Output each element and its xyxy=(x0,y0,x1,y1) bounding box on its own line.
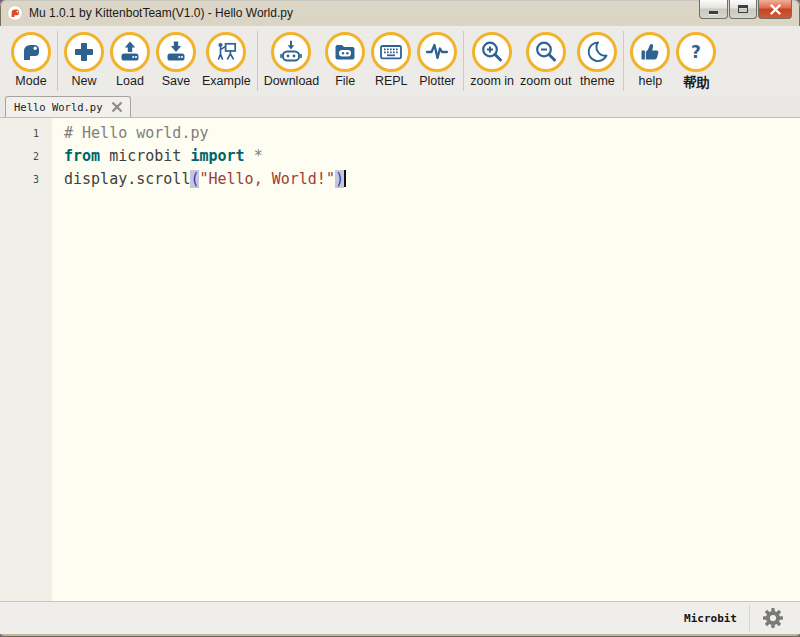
toolbar-button-example[interactable]: Example xyxy=(199,26,254,88)
toolbar-button-zoom-out[interactable]: zoom out xyxy=(517,26,574,88)
toolbar-button-mode[interactable]: Mode xyxy=(8,26,54,88)
code-area[interactable]: # Hello world.pyfrom microbit import *di… xyxy=(52,118,800,601)
toolbar-button-repl[interactable]: REPL xyxy=(368,26,414,88)
example-presenter-icon xyxy=(213,39,239,65)
toolbar-label-example: Example xyxy=(202,74,251,88)
line-number: 3 xyxy=(0,168,39,191)
code-line[interactable]: # Hello world.py xyxy=(64,122,800,145)
toolbar-separator xyxy=(57,31,58,91)
code-token-operator: * xyxy=(245,147,263,165)
code-token-paren: ) xyxy=(335,170,344,188)
toolbar-button-help[interactable]: help xyxy=(627,26,673,92)
plotter-pulse-icon xyxy=(424,39,450,65)
toolbar-label-help-zh: 帮助 xyxy=(683,74,710,92)
toolbar: Mode New Load xyxy=(0,26,800,96)
toolbar-button-file[interactable]: File xyxy=(322,26,368,88)
toolbar-separator xyxy=(257,31,258,91)
status-separator xyxy=(749,605,750,631)
line-number: 2 xyxy=(0,145,39,168)
tab-hello-world[interactable]: Hello World.py xyxy=(5,96,131,117)
tab-close-button[interactable] xyxy=(112,102,122,112)
toolbar-separator xyxy=(623,31,624,91)
code-line[interactable]: from microbit import * xyxy=(64,145,800,168)
maximize-button[interactable] xyxy=(729,0,757,19)
toolbar-button-theme[interactable]: theme xyxy=(574,26,620,88)
code-token-keyword: import xyxy=(190,147,244,165)
toolbar-label-plotter: Plotter xyxy=(419,74,455,88)
toolbar-label-load: Load xyxy=(116,74,144,88)
code-editor: 123 # Hello world.pyfrom microbit import… xyxy=(0,118,800,601)
toolbar-label-zoom-in: zoom in xyxy=(470,74,514,88)
status-mode-label: Microbit xyxy=(684,612,737,625)
toolbar-button-save[interactable]: Save xyxy=(153,26,199,88)
toolbar-button-download[interactable]: Download xyxy=(261,26,323,88)
status-bar: Microbit xyxy=(0,601,800,634)
close-button[interactable] xyxy=(758,0,792,19)
settings-button[interactable] xyxy=(760,605,786,631)
code-token-keyword: from xyxy=(64,147,100,165)
code-token-comment: # Hello world.py xyxy=(64,124,209,142)
mu-logo-icon xyxy=(7,5,23,21)
toolbar-separator xyxy=(463,31,464,91)
close-icon xyxy=(770,4,781,15)
new-plus-icon xyxy=(71,39,97,65)
toolbar-label-save: Save xyxy=(162,74,191,88)
save-download-icon xyxy=(163,39,189,65)
svg-text:?: ? xyxy=(692,42,702,62)
theme-moon-icon xyxy=(584,39,610,65)
code-token-plain: display.scroll xyxy=(64,170,190,188)
close-icon xyxy=(112,102,122,112)
toolbar-label-file: File xyxy=(335,74,355,88)
app-window: Mu 1.0.1 by KittenbotTeam(V1.0) - Hello … xyxy=(0,0,800,637)
zoom-in-icon xyxy=(479,39,505,65)
code-token-string: "Hello, World!" xyxy=(199,170,334,188)
tab-bar: Hello World.py xyxy=(0,96,800,118)
titlebar[interactable]: Mu 1.0.1 by KittenbotTeam(V1.0) - Hello … xyxy=(0,0,800,26)
gear-icon xyxy=(761,606,785,630)
toolbar-label-mode: Mode xyxy=(15,74,46,88)
question-mark-icon: ? xyxy=(683,39,709,65)
window-title: Mu 1.0.1 by KittenbotTeam(V1.0) - Hello … xyxy=(29,6,293,20)
window-controls xyxy=(698,0,792,19)
help-thumbs-up-icon xyxy=(637,39,663,65)
line-number-gutter: 123 xyxy=(0,118,52,601)
minimize-icon xyxy=(709,11,718,14)
toolbar-label-new: New xyxy=(71,74,96,88)
file-folder-icon xyxy=(332,39,358,65)
load-upload-icon xyxy=(117,39,143,65)
download-robot-icon xyxy=(278,39,304,65)
toolbar-button-zoom-in[interactable]: zoom in xyxy=(467,26,517,88)
zoom-out-icon xyxy=(533,39,559,65)
toolbar-label-help: help xyxy=(639,74,663,88)
code-line[interactable]: display.scroll("Hello, World!") xyxy=(64,168,800,191)
toolbar-button-plotter[interactable]: Plotter xyxy=(414,26,460,88)
toolbar-label-download: Download xyxy=(264,74,320,88)
code-token-plain: microbit xyxy=(100,147,190,165)
mode-mu-logo-icon xyxy=(18,39,44,65)
minimize-button[interactable] xyxy=(699,0,728,19)
toolbar-label-theme: theme xyxy=(580,74,615,88)
toolbar-button-help-zh[interactable]: ? 帮助 xyxy=(673,26,719,92)
toolbar-label-zoom-out: zoom out xyxy=(520,74,571,88)
maximize-icon xyxy=(738,5,748,13)
repl-keyboard-icon xyxy=(378,39,404,65)
toolbar-button-load[interactable]: Load xyxy=(107,26,153,88)
toolbar-label-repl: REPL xyxy=(375,74,408,88)
toolbar-button-new[interactable]: New xyxy=(61,26,107,88)
line-number: 1 xyxy=(0,122,39,145)
tab-title: Hello World.py xyxy=(14,101,103,113)
text-cursor xyxy=(344,170,346,187)
